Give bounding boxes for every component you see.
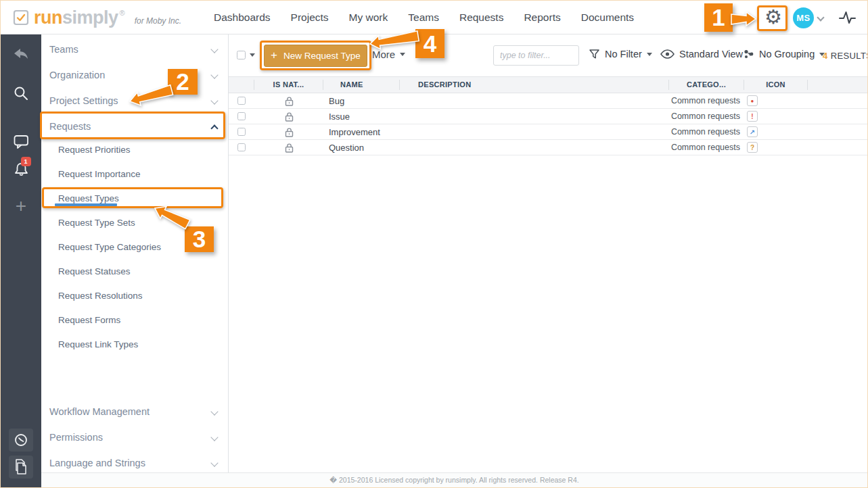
top-bar: run simply ® for Moby Inc. Dashboards Pr… xyxy=(1,1,867,34)
nav-my-work[interactable]: My work xyxy=(349,11,388,24)
menu-item-request-type-sets[interactable]: Request Type Sets xyxy=(41,212,228,233)
grouping-dropdown[interactable]: No Grouping xyxy=(744,49,825,59)
table-row-question[interactable]: Question Common requests ? xyxy=(229,140,867,155)
chevron-down-icon xyxy=(210,97,218,104)
improvement-type-icon: ↗ xyxy=(747,126,758,137)
avatar-initials: MS xyxy=(796,13,810,23)
menu-item-request-forms[interactable]: Request Forms xyxy=(41,310,228,330)
cell-name: Improvement xyxy=(323,127,400,137)
chevron-up-icon xyxy=(210,124,218,132)
nav-dashboards[interactable]: Dashboards xyxy=(214,11,271,24)
app-window: run simply ® for Moby Inc. Dashboards Pr… xyxy=(0,0,868,488)
settings-menu-panel: Teams Organization Project Settings Requ… xyxy=(41,34,229,472)
documents-button[interactable] xyxy=(1,456,41,479)
plus-icon: + xyxy=(271,49,277,62)
back-button[interactable] xyxy=(1,48,41,60)
cell-category: Common requests xyxy=(669,96,744,105)
chevron-down-icon xyxy=(210,71,218,78)
table-row-issue[interactable]: Issue Common requests ! xyxy=(229,109,867,124)
nav-requests[interactable]: Requests xyxy=(459,11,503,24)
header-is-native: IS NAT... xyxy=(254,80,323,90)
main-content: + New Request Type More No Filter Standa… xyxy=(229,34,867,472)
row-checkbox[interactable] xyxy=(237,128,246,137)
cell-name: Issue xyxy=(323,112,400,122)
question-type-icon: ? xyxy=(747,142,758,153)
notification-badge: 1 xyxy=(21,157,31,166)
menu-group-project-settings[interactable]: Project Settings xyxy=(41,91,228,111)
chevron-down-icon xyxy=(210,45,218,53)
more-menu-button[interactable]: More xyxy=(372,49,405,60)
settings-gear-icon[interactable]: ⚙ xyxy=(764,4,782,30)
menu-item-request-statuses[interactable]: Request Statuses xyxy=(41,261,228,281)
chat-button[interactable] xyxy=(1,135,41,149)
header-icon: ICON xyxy=(744,80,808,90)
cell-category: Common requests xyxy=(669,112,744,121)
table-row-bug[interactable]: Bug Common requests ● xyxy=(229,93,867,109)
chevron-down-icon xyxy=(647,53,652,56)
chevron-down-icon xyxy=(210,459,218,466)
back-arrow-icon xyxy=(13,48,29,60)
chat-bubble-icon xyxy=(14,135,29,149)
select-all-dropdown-icon[interactable] xyxy=(250,53,255,57)
search-button[interactable] xyxy=(1,86,41,101)
menu-item-request-priorities[interactable]: Request Priorities xyxy=(41,139,228,160)
header-description: DESCRIPTION xyxy=(400,80,669,90)
pages-icon xyxy=(14,459,28,475)
filter-input[interactable] xyxy=(493,45,579,66)
user-avatar[interactable]: MS xyxy=(793,7,814,28)
nav-documents[interactable]: Documents xyxy=(581,11,634,24)
cell-category: Common requests xyxy=(669,143,744,152)
menu-group-workflow-management[interactable]: Workflow Management xyxy=(41,401,228,422)
issue-type-icon: ! xyxy=(747,111,758,122)
lock-icon xyxy=(285,127,294,137)
lock-icon xyxy=(285,143,294,153)
funnel-icon xyxy=(589,49,600,59)
logo-text-simply: simply xyxy=(62,7,118,28)
chevron-down-icon xyxy=(210,433,218,441)
menu-group-permissions[interactable]: Permissions xyxy=(41,427,228,447)
add-button[interactable]: + xyxy=(1,198,41,214)
select-all-checkbox[interactable] xyxy=(237,51,246,59)
header-category: CATEGO... xyxy=(669,80,744,90)
cell-category: Common requests xyxy=(669,127,744,137)
selected-item-underline xyxy=(55,203,117,206)
menu-item-request-type-categories[interactable]: Request Type Categories xyxy=(41,237,228,257)
menu-item-request-link-types[interactable]: Request Link Types xyxy=(41,334,228,354)
menu-group-language-and-strings[interactable]: Language and Strings xyxy=(41,453,228,473)
nav-projects[interactable]: Projects xyxy=(291,11,329,24)
filter-dropdown[interactable]: No Filter xyxy=(589,49,652,59)
menu-group-requests[interactable]: Requests xyxy=(41,116,228,137)
registered-mark: ® xyxy=(120,9,125,17)
cell-name: Question xyxy=(323,143,400,153)
row-checkbox[interactable] xyxy=(237,143,246,152)
nav-teams[interactable]: Teams xyxy=(408,11,439,24)
footer: � 2015-2016 Licensed copyright by runsim… xyxy=(41,472,867,487)
main-nav: Dashboards Projects My work Teams Reques… xyxy=(214,1,634,34)
notifications-button[interactable]: 1 xyxy=(1,162,41,178)
checkbox-logo-icon xyxy=(13,9,29,26)
clock-icon xyxy=(14,433,28,447)
eye-icon xyxy=(660,49,675,59)
nav-reports[interactable]: Reports xyxy=(524,11,560,24)
table-header-row: IS NAT... NAME DESCRIPTION CATEGO... ICO… xyxy=(229,76,867,93)
copyright-text: � 2015-2016 Licensed copyright by runsim… xyxy=(329,476,578,484)
menu-item-request-resolutions[interactable]: Request Resolutions xyxy=(41,285,228,306)
request-types-table: IS NAT... NAME DESCRIPTION CATEGO... ICO… xyxy=(229,76,867,155)
left-icon-rail: 1 + xyxy=(1,34,41,487)
menu-item-request-importance[interactable]: Request Importance xyxy=(41,164,228,184)
search-icon xyxy=(14,86,28,101)
tenant-tagline: for Moby Inc. xyxy=(135,16,181,26)
activity-pulse-icon[interactable] xyxy=(838,9,856,26)
avatar-chevron-down-icon[interactable] xyxy=(817,14,824,21)
new-request-type-button[interactable]: + New Request Type xyxy=(264,45,367,67)
menu-group-teams[interactable]: Teams xyxy=(41,39,228,59)
table-row-improvement[interactable]: Improvement Common requests ↗ xyxy=(229,124,867,140)
view-dropdown[interactable]: Standard View xyxy=(660,49,753,59)
menu-group-organization[interactable]: Organization xyxy=(41,65,228,85)
bug-type-icon: ● xyxy=(747,95,758,106)
header-name: NAME xyxy=(323,80,400,90)
row-checkbox[interactable] xyxy=(237,112,246,121)
row-checkbox[interactable] xyxy=(237,97,246,105)
brand-logo[interactable]: run simply ® for Moby Inc. xyxy=(13,1,181,34)
history-button[interactable] xyxy=(1,429,41,452)
